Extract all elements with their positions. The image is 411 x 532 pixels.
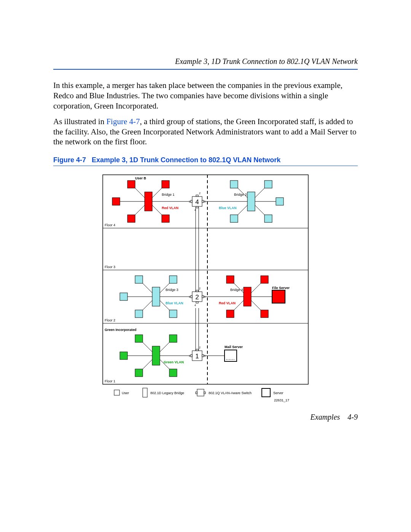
svg-rect-19 (127, 215, 135, 222)
svg-rect-41 (230, 215, 238, 222)
svg-text:1: 1 (195, 353, 199, 360)
svg-rect-49 (152, 287, 160, 306)
svg-rect-39 (264, 181, 272, 188)
svg-rect-59 (196, 290, 198, 292)
svg-rect-85 (169, 335, 177, 342)
svg-rect-17 (162, 181, 169, 188)
legend-server: Server (273, 391, 284, 395)
svg-rect-23 (191, 200, 192, 203)
floor2-label: Floor 2 (105, 318, 115, 322)
figure-reference-link[interactable]: Figure 4-7 (106, 117, 140, 126)
svg-rect-40 (276, 198, 284, 205)
legend-user: User (122, 391, 129, 395)
svg-rect-74 (226, 310, 234, 318)
header-rule (53, 69, 358, 70)
footer-page: 4-9 (347, 413, 358, 421)
floor4-label: Floor 4 (105, 223, 115, 227)
svg-rect-73 (261, 276, 268, 283)
red-vlan-label-f4: Red VLAN (162, 206, 178, 210)
blue-vlan-label-f2: Blue VLAN (166, 301, 183, 305)
svg-rect-84 (135, 335, 143, 342)
svg-rect-16 (127, 181, 135, 188)
svg-rect-0 (103, 175, 308, 384)
user-b-label: User B (135, 176, 147, 180)
svg-rect-71 (244, 287, 251, 306)
svg-rect-38 (230, 181, 238, 188)
image-id: 22631_17 (274, 398, 289, 402)
svg-rect-42 (264, 215, 272, 222)
red-vlan-hub-floor2: Bridge 4 Red VLAN File Server (204, 276, 290, 318)
figure-caption: Figure 4-7 Example 3, 1D Trunk Connectio… (53, 156, 358, 164)
running-header: Example 3, 1D Trunk Connection to 802.1Q… (53, 57, 358, 66)
green-vlan-label: Green VLAN (164, 360, 184, 364)
legend: User 802.1D Legacy Bridge 802.1Q VLAN-Aw… (114, 388, 289, 402)
svg-rect-87 (135, 369, 143, 377)
switch-2: 2 1 2 3 4 (189, 287, 206, 307)
switch-1: 1 1 2 3 (189, 346, 206, 361)
svg-rect-37 (247, 192, 255, 211)
paragraph-2: As illustrated in Figure 4-7, a third gr… (53, 117, 358, 147)
svg-text:4: 4 (194, 209, 196, 211)
svg-text:2: 2 (195, 294, 199, 301)
page-footer: Examples 4-9 (311, 413, 358, 422)
svg-rect-83 (152, 346, 160, 365)
svg-rect-52 (120, 293, 127, 300)
blue-vlan-hub-floor4: Bridge 2 Blue VLAN (204, 181, 284, 222)
page: Example 3, 1D Trunk Connection to 802.1Q… (0, 0, 411, 532)
svg-rect-101 (143, 388, 147, 397)
svg-rect-50 (135, 276, 143, 283)
paragraph-1: In this example, a merger has taken plac… (53, 80, 358, 111)
bridge4-label: Bridge 4 (230, 288, 243, 292)
svg-rect-51 (169, 276, 177, 283)
svg-rect-100 (114, 390, 119, 395)
svg-rect-53 (135, 310, 143, 318)
blue-vlan-hub-floor2: Bridge 3 Blue VLAN (120, 276, 192, 318)
svg-rect-72 (226, 276, 234, 283)
svg-rect-15 (145, 192, 152, 211)
svg-text:1: 1 (189, 200, 190, 203)
svg-rect-104 (204, 392, 206, 394)
svg-rect-103 (196, 392, 197, 394)
switch-4: 4 1 2 3 4 (189, 192, 206, 211)
svg-text:1: 1 (189, 296, 190, 298)
legend-bridge: 802.1D Legacy Bridge (150, 391, 184, 395)
svg-text:1: 1 (189, 355, 190, 357)
svg-rect-18 (112, 198, 120, 205)
mail-server-label: Mail Server (225, 345, 243, 349)
svg-rect-76 (272, 290, 285, 303)
footer-section: Examples (311, 413, 340, 421)
svg-rect-20 (162, 215, 169, 222)
svg-text:4: 4 (195, 198, 199, 206)
svg-rect-58 (202, 296, 204, 298)
blue-vlan-label-f4: Blue VLAN (219, 206, 237, 210)
svg-rect-91 (191, 355, 192, 357)
network-diagram: Floor 4 Floor 3 Floor 2 Floor 1 User B B… (99, 173, 312, 409)
svg-rect-92 (202, 355, 204, 357)
figure-caption-title: Example 3, 1D Trunk Connection to 802.1Q… (92, 156, 280, 164)
bridge1-label: Bridge 1 (162, 193, 175, 197)
svg-rect-26 (196, 206, 198, 208)
svg-rect-105 (262, 388, 270, 397)
figure-caption-prefix: Figure 4-7 (53, 156, 86, 164)
file-server-label: File Server (272, 286, 290, 290)
svg-rect-93 (196, 349, 198, 351)
svg-rect-102 (197, 389, 204, 396)
red-vlan-hub-floor4: User B Bridge 1 Red VLAN (112, 176, 192, 222)
figure-rule (53, 166, 358, 166)
svg-rect-25 (196, 195, 198, 197)
mail-server: Mail Server (204, 345, 243, 361)
green-inc-label: Green Incorporated (105, 328, 137, 332)
bridge2-label: Bridge 2 (234, 193, 247, 197)
svg-rect-60 (196, 302, 198, 303)
red-vlan-label-f2: Red VLAN (219, 301, 236, 305)
bridge3-label: Bridge 3 (166, 288, 178, 292)
floor3-label: Floor 3 (105, 265, 115, 269)
svg-rect-57 (191, 296, 192, 298)
svg-text:2: 2 (199, 346, 201, 349)
green-vlan-hub-floor1: Green VLAN (120, 335, 192, 377)
svg-text:2: 2 (199, 287, 201, 290)
svg-rect-54 (169, 310, 177, 318)
floor1-label: Floor 1 (105, 379, 115, 383)
svg-rect-88 (169, 369, 177, 377)
svg-text:4: 4 (194, 304, 196, 307)
